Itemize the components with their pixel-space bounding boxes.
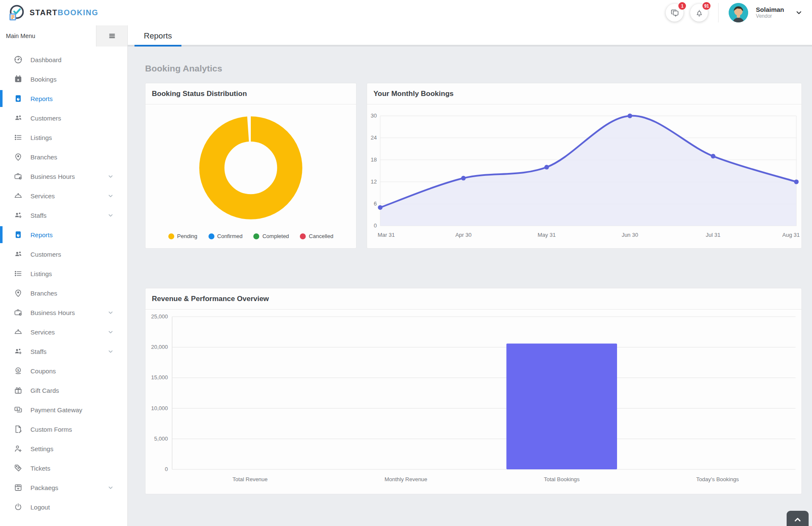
line-point-aug-31	[794, 180, 799, 184]
sidebar-toggle-button[interactable]	[96, 25, 128, 47]
sidebar-item-custom-forms-2[interactable]: Custom Forms	[0, 419, 127, 439]
briefcase-clock-icon	[13, 171, 24, 182]
sidebar-item-payment-gateway-2[interactable]: $Payment Gateway	[0, 400, 127, 419]
sidebar-item-staffs-2[interactable]: Staffs	[0, 342, 127, 361]
sidebar-item-reports[interactable]: Reports	[0, 89, 127, 108]
sidebar-item-business-hours[interactable]: Business Hours	[0, 167, 127, 186]
donut-slice-pending	[212, 129, 290, 207]
header-divider	[718, 3, 719, 22]
sidebar-item-label: Customers	[30, 251, 61, 258]
sidebar-title: Main Menu	[6, 33, 35, 39]
messages-badge: 1	[678, 2, 686, 10]
avatar[interactable]	[729, 3, 748, 22]
line-chart: 0612182430Mar 31Apr 30May 31Jun 30Jul 31…	[367, 104, 801, 247]
booking-status-card-title: Booking Status Distribution	[145, 83, 356, 104]
line-point-jun-30	[628, 114, 632, 118]
bell-icon	[695, 8, 704, 17]
svg-text:24: 24	[371, 134, 377, 141]
legend-item-completed: Completed	[253, 233, 289, 239]
sidebar-item-label: Tickets	[30, 465, 50, 472]
legend-dot	[168, 233, 174, 239]
users-icon	[13, 112, 24, 123]
bar-total-bookings	[506, 344, 617, 470]
sidebar-item-customers-2[interactable]: Customers	[0, 244, 127, 264]
hamburger-icon	[108, 32, 116, 40]
sidebar-item-label: Staffs	[30, 348, 47, 355]
sidebar-item-dashboard[interactable]: Dashboard	[0, 50, 127, 69]
svg-text:May 31: May 31	[538, 232, 556, 238]
sidebar-item-reports-2[interactable]: Reports	[0, 225, 127, 244]
line-point-jul-31	[711, 154, 716, 159]
sidebar-item-packaegs-2[interactable]: Packaegs	[0, 478, 127, 497]
sidebar-item-branches[interactable]: Branches	[0, 147, 127, 167]
sidebar-item-bookings[interactable]: Bookings	[0, 69, 127, 89]
sidebar-item-gift-cards-2[interactable]: Gift Cards	[0, 381, 127, 400]
sidebar-item-logout-2[interactable]: Logout	[0, 497, 127, 517]
sidebar-item-settings-2[interactable]: Settings	[0, 439, 127, 458]
svg-text:$: $	[17, 368, 19, 372]
secondary-bar: Main Menu Reports	[0, 25, 812, 47]
list-icon	[13, 268, 24, 279]
sidebar-menu: DashboardBookingsReportsCustomersListing…	[0, 50, 127, 517]
sidebar-item-label: Branches	[30, 290, 57, 297]
report-icon	[13, 229, 24, 240]
svg-text:6: 6	[374, 200, 377, 207]
cloche-icon	[13, 190, 24, 201]
page-title: Booking Analytics	[145, 63, 812, 74]
sidebar: DashboardBookingsReportsCustomersListing…	[0, 47, 128, 526]
sidebar-item-label: Staffs	[30, 212, 47, 219]
sidebar-item-tickets-2[interactable]: Tickets	[0, 458, 127, 478]
donut-legend: PendingConfirmedCompletedCancelled	[145, 233, 356, 239]
sidebar-item-listings[interactable]: Listings	[0, 128, 127, 147]
svg-text:20,000: 20,000	[151, 344, 168, 350]
main-content: Booking Analytics Booking Status Distrib…	[128, 47, 812, 526]
sidebar-item-services-2[interactable]: Services	[0, 322, 127, 342]
chevron-down-icon	[107, 212, 114, 219]
svg-text:12: 12	[371, 178, 377, 185]
legend-item-confirmed: Confirmed	[208, 233, 243, 239]
sidebar-item-coupons-2[interactable]: $Coupons	[0, 361, 127, 381]
svg-text:Total Bookings: Total Bookings	[544, 476, 580, 482]
sidebar-item-label: Branches	[30, 153, 57, 161]
legend-dot	[208, 233, 214, 239]
monthly-bookings-card-title: Your Monthly Bookings	[367, 83, 801, 104]
sidebar-item-customers[interactable]: Customers	[0, 108, 127, 128]
sidebar-item-business-hours-2[interactable]: Business Hours	[0, 303, 127, 322]
svg-text:10,000: 10,000	[151, 405, 168, 411]
users-icon	[13, 249, 24, 260]
svg-text:5,000: 5,000	[154, 436, 168, 442]
report-icon	[13, 93, 24, 104]
active-tab-underline	[134, 45, 181, 47]
messages-button[interactable]: 1	[666, 4, 683, 22]
map-pin-icon	[13, 288, 24, 299]
sidebar-item-label: Business Hours	[30, 173, 75, 180]
legend-dot	[300, 233, 306, 239]
sidebar-item-services[interactable]: Services	[0, 186, 127, 205]
sidebar-item-label: Reports	[30, 231, 53, 238]
gift-icon	[13, 385, 24, 396]
notifications-button[interactable]: 91	[690, 4, 708, 22]
chevron-down-icon	[107, 485, 114, 491]
chat-icon	[670, 8, 679, 17]
tab-reports[interactable]: Reports	[134, 25, 181, 47]
calendar-icon	[13, 74, 24, 85]
line-point-may-31	[544, 165, 549, 170]
sidebar-item-staffs[interactable]: Staffs	[0, 205, 127, 225]
sidebar-item-branches-2[interactable]: Branches	[0, 283, 127, 303]
sidebar-item-listings-2[interactable]: Listings	[0, 264, 127, 283]
sidebar-item-label: Coupons	[30, 367, 56, 375]
list-icon	[13, 132, 24, 143]
chevron-down-icon	[107, 348, 114, 355]
sidebar-item-label: Logout	[30, 504, 50, 511]
sidebar-item-label: Customers	[30, 115, 61, 122]
legend-item-cancelled: Cancelled	[300, 233, 333, 239]
svg-text:15,000: 15,000	[151, 374, 168, 381]
line-point-mar-31	[378, 205, 383, 210]
users-gear-icon	[13, 346, 24, 357]
map-pin-icon	[13, 151, 24, 162]
sidebar-item-label: Payment Gateway	[30, 406, 82, 414]
chevron-down-icon[interactable]	[795, 9, 803, 16]
sidebar-item-label: Gift Cards	[30, 387, 59, 394]
back-to-top-button[interactable]	[787, 511, 809, 526]
chevron-down-icon	[107, 193, 114, 199]
